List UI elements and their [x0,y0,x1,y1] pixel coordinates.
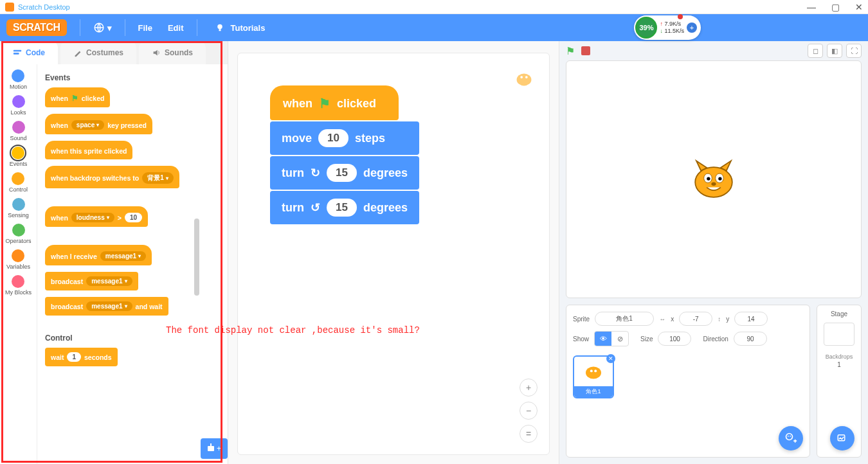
sprite-name-input[interactable] [595,312,654,326]
minimize-button[interactable]: — [807,2,816,12]
flag-icon: ⚑ [319,96,330,111]
rotate-cw-icon: ↻ [311,166,320,180]
editor-tabs: Code Costumes Sounds [0,41,228,64]
visibility-toggle[interactable]: 👁 ⊘ [594,331,629,346]
block-wait-seconds[interactable]: wait1seconds [45,348,118,366]
key-dropdown[interactable]: space [71,120,104,130]
category-control[interactable]: Control [9,171,28,194]
close-button[interactable]: ✕ [855,2,863,12]
block-when-receive[interactable]: when I receivemessage1 [45,245,152,265]
category-my-blocks[interactable]: My Blocks [5,274,32,297]
palette-scrollbar[interactable] [194,219,199,296]
block-broadcast[interactable]: broadcastmessage1 [45,272,138,290]
svg-rect-2 [219,29,221,31]
net-percent: 39% [635,17,657,39]
delete-sprite-button[interactable]: ✕ [606,354,615,363]
sprite-x-input[interactable] [679,312,712,326]
direction-label: Direction [703,335,728,343]
block-when-sprite-clicked[interactable]: when this sprite clicked [45,141,132,159]
category-list: MotionLooksSoundEventsControlSensingOper… [0,64,37,464]
move-value[interactable]: 10 [318,129,348,147]
category-sensing[interactable]: Sensing [8,197,29,220]
sprite-card[interactable]: ✕ 角色1 [573,355,614,398]
script-turn-ccw[interactable]: turn↺15degrees [270,191,419,224]
stage-large-button[interactable]: ◧ [827,44,842,58]
green-flag-button[interactable]: ⚑ [566,45,575,57]
block-when-loudness[interactable]: whenloudness>10 [45,206,148,227]
category-sound[interactable]: Sound [10,120,26,143]
zoom-in-button[interactable]: + [520,379,538,397]
svg-point-10 [525,76,528,78]
svg-point-9 [520,76,523,78]
tab-costumes[interactable]: Costumes [60,41,136,64]
backdrop-dropdown[interactable]: 背景1 [142,172,174,184]
sprite-size-input[interactable] [658,332,691,346]
svg-point-15 [718,177,721,180]
add-backdrop-button[interactable] [830,426,854,451]
language-menu[interactable]: ▾ [86,22,120,33]
script-stack[interactable]: when⚑clicked move10steps turn↻15degrees … [270,85,419,224]
zoom-out-button[interactable]: − [520,402,538,420]
maximize-button[interactable]: ▢ [831,2,840,12]
tab-sounds[interactable]: Sounds [139,41,206,64]
hide-button[interactable]: ⊘ [611,332,628,346]
script-move-steps[interactable]: move10steps [270,121,419,155]
turn-ccw-value[interactable]: 15 [327,199,357,217]
category-operators[interactable]: Operators [5,222,31,245]
stage-header: ⚑ ◻ ◧ ⛶ [559,41,868,60]
network-badge[interactable]: 39% 7.9K/s 11.5K/s + [634,15,701,40]
stage[interactable] [566,60,862,298]
broadcast-wait-dropdown[interactable]: message1 [86,301,132,311]
loudness-dropdown[interactable]: loudness [71,213,114,222]
size-label: Size [640,335,653,343]
svg-point-8 [517,73,532,85]
add-extension-button[interactable]: + [201,438,228,459]
svg-text:+: + [217,444,221,453]
wait-value[interactable]: 1 [67,352,81,362]
svg-point-16 [711,183,716,186]
script-when-flag-clicked[interactable]: when⚑clicked [270,85,399,120]
loudness-value[interactable]: 10 [125,213,142,222]
stage-small-button[interactable]: ◻ [808,44,823,58]
svg-point-21 [788,436,789,437]
sprite-y-input[interactable] [734,312,768,326]
add-sprite-button[interactable] [779,426,803,451]
tutorials-button[interactable]: Tutorials [206,22,273,33]
category-looks[interactable]: Looks [10,94,26,117]
svg-point-22 [790,436,791,437]
show-button[interactable]: 👁 [595,332,611,346]
sprite-watermark-icon [512,66,536,91]
broadcast-dropdown[interactable]: message1 [86,276,132,286]
script-turn-cw[interactable]: turn↻15degrees [270,156,419,190]
backdrop-thumbnail[interactable] [824,323,854,346]
category-motion[interactable]: Motion [10,68,27,91]
message-dropdown[interactable]: message1 [100,251,146,261]
svg-point-20 [786,434,793,440]
category-events[interactable]: Events [10,145,28,168]
turn-cw-value[interactable]: 15 [327,164,357,182]
scratch-logo: SCRATCH [6,19,67,36]
sprite-direction-input[interactable] [734,332,767,346]
svg-rect-3 [14,50,21,52]
stage-fullscreen-button[interactable]: ⛶ [846,44,862,58]
block-when-flag-clicked[interactable]: when⚑clicked [45,87,110,107]
file-menu[interactable]: File [131,23,160,33]
script-area[interactable]: when⚑clicked move10steps turn↻15degrees … [228,41,559,464]
edit-menu[interactable]: Edit [160,23,192,33]
tab-code[interactable]: Code [0,41,58,64]
category-variables[interactable]: Variables [6,248,30,271]
rotate-ccw-icon: ↺ [311,201,320,215]
net-plus-icon[interactable]: + [687,22,697,33]
svg-point-14 [707,177,710,180]
app-icon [5,3,14,12]
block-when-key-pressed[interactable]: whenspacekey pressed [45,114,152,134]
svg-point-1 [217,24,222,30]
net-alert-dot [678,14,683,19]
block-when-backdrop-switches[interactable]: when backdrop switches to背景1 [45,166,179,188]
block-broadcast-wait[interactable]: broadcastmessage1and wait [45,297,168,316]
backdrops-count: 1 [837,361,841,368]
annotation-text: The font display not clear ,because it's… [166,325,420,335]
zoom-reset-button[interactable]: = [520,425,538,443]
stop-button[interactable] [581,46,590,55]
svg-rect-6 [210,443,212,446]
